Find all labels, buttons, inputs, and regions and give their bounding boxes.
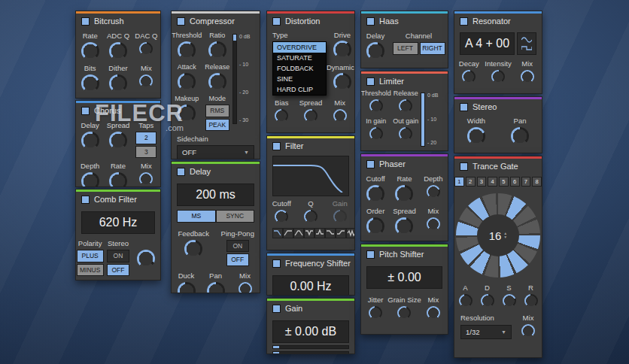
phaser-mix-knob[interactable] [427,217,440,231]
chorus-taps-2-button[interactable]: 2 [135,132,156,144]
bitcrush-dacq-knob[interactable] [139,42,153,56]
phaser-cutoff-knob[interactable] [366,185,384,203]
filter-gain-knob[interactable] [333,210,347,223]
resonator-mix-knob[interactable] [521,70,534,83]
highpass-shape-button[interactable] [283,228,293,238]
trance-attack-knob[interactable] [459,294,473,308]
distortion-enable-toggle[interactable] [272,17,281,26]
delay-sync-button[interactable]: SYNC [216,210,255,223]
pattern-4-button[interactable]: 4 [488,177,497,187]
step-sequencer-ring[interactable]: 16 ▲▼ [456,193,540,278]
pattern-2-button[interactable]: 2 [466,177,476,187]
trance-sustain-knob[interactable] [503,294,516,308]
compressor-ratio-knob[interactable] [208,41,226,59]
comb-filter-header[interactable]: Comb Filter [76,192,160,206]
chorus-header[interactable]: Chorus [76,103,160,117]
limiter-ingain-knob[interactable] [369,127,383,141]
resonator-enable-toggle[interactable] [460,17,468,26]
menu-item-overdrive[interactable]: OVERDRIVE [273,42,326,53]
stereo-pan-knob[interactable] [511,127,529,145]
resonator-waveform-button[interactable] [517,32,536,55]
stereo-enable-toggle[interactable] [460,103,468,111]
delay-mix-knob[interactable] [239,282,252,294]
pattern-1-button[interactable]: 1 [454,177,464,187]
bandpass-shape-button[interactable] [293,228,304,238]
phaser-enable-toggle[interactable] [366,160,375,168]
high-shelf-shape-button[interactable] [336,228,346,238]
chorus-taps-3-button[interactable]: 3 [135,146,156,159]
trance-gate-enable-toggle[interactable] [460,162,468,171]
compressor-mode-rms-button[interactable]: RMS [205,105,229,117]
filter-header[interactable]: Filter [267,138,354,153]
menu-item-foldback[interactable]: FOLDBACK [273,63,326,74]
pitch-jitter-knob[interactable] [369,306,382,320]
distortion-dynamics-knob[interactable] [333,73,351,91]
filter-q-knob[interactable] [304,210,318,223]
distortion-mix-knob[interactable] [333,109,347,123]
chorus-delay-knob[interactable] [81,132,99,150]
limiter-enable-toggle[interactable] [366,77,375,86]
filter-enable-toggle[interactable] [272,142,281,150]
pattern-5-button[interactable]: 5 [499,177,509,187]
pattern-8-button[interactable]: 8 [532,177,542,187]
pattern-3-button[interactable]: 3 [477,177,487,187]
comb-polarity-plus-button[interactable]: PLUS [77,250,104,262]
haas-channel-right-button[interactable]: RIGHT [420,42,445,55]
phaser-order-knob[interactable] [366,217,384,235]
bitcrush-dither-knob[interactable] [109,74,127,93]
chorus-spread-knob[interactable] [109,132,127,150]
resonator-note-display[interactable]: A 4 + 00 [460,32,515,55]
spinner-arrows-icon[interactable]: ▲▼ [503,232,507,239]
phaser-spread-knob[interactable] [395,217,413,235]
frequency-shifter-display[interactable]: 0.00 Hz [272,275,349,296]
compressor-enable-toggle[interactable] [177,17,185,26]
bitcrush-header[interactable]: Bitcrush [76,14,160,28]
comb-polarity-minus-button[interactable]: MINUS [77,264,104,277]
limiter-threshold-knob[interactable] [369,99,383,113]
compressor-header[interactable]: Compressor [172,14,260,28]
pattern-7-button[interactable]: 7 [521,177,531,187]
phaser-rate-knob[interactable] [395,185,413,203]
haas-header[interactable]: Haas [361,14,448,28]
limiter-outgain-knob[interactable] [399,127,412,141]
comb-frequency-display[interactable]: 620 Hz [81,211,155,234]
delay-pan-knob[interactable] [207,282,225,294]
frequency-shifter-enable-toggle[interactable] [272,259,281,268]
frequency-shifter-header[interactable]: Frequency Shifter [267,256,354,270]
chorus-enable-toggle[interactable] [81,107,90,115]
limiter-release-knob[interactable] [399,99,412,113]
distortion-spread-knob[interactable] [304,109,318,123]
compressor-attack-knob[interactable] [178,73,196,91]
delay-pingpong-on-button[interactable]: ON [226,240,249,253]
bitcrush-bits-knob[interactable] [81,74,99,93]
comb-filter-enable-toggle[interactable] [81,196,90,204]
delay-duck-knob[interactable] [178,282,196,294]
delay-header[interactable]: Delay [172,164,260,178]
pitch-shifter-enable-toggle[interactable] [366,250,375,259]
trance-resolution-dropdown[interactable]: 1/32 ▼ [460,325,512,339]
pitch-grainsize-knob[interactable] [397,306,411,320]
trance-mix-knob[interactable] [521,324,535,338]
haas-enable-toggle[interactable] [366,17,375,26]
gain-display[interactable]: ± 0.00 dB [272,320,349,343]
chorus-depth-knob[interactable] [81,172,99,187]
chorus-mix-knob[interactable] [139,172,153,186]
distortion-bias-knob[interactable] [275,109,288,123]
haas-channel-left-button[interactable]: LEFT [393,42,418,55]
bitcrush-adcq-knob[interactable] [109,42,127,60]
comb-mix-knob[interactable] [137,250,155,268]
chorus-rate-knob[interactable] [109,172,127,187]
comb-stereo-off-button[interactable]: OFF [107,264,129,277]
peak-shape-button[interactable] [314,228,325,238]
bitcrush-rate-knob[interactable] [81,42,99,60]
comb-stereo-on-button[interactable]: ON [107,250,129,262]
gain-header[interactable]: Gain [267,301,354,315]
trance-gate-header[interactable]: Trance Gate [454,159,542,173]
delay-feedback-knob[interactable] [184,240,202,258]
phaser-header[interactable]: Phaser [361,156,448,171]
bitcrush-enable-toggle[interactable] [81,17,90,26]
delay-time-display[interactable]: 200 ms [177,184,254,206]
delay-pingpong-off-button[interactable]: OFF [226,253,249,266]
notch-shape-button[interactable] [304,228,314,238]
pattern-6-button[interactable]: 6 [510,177,520,187]
